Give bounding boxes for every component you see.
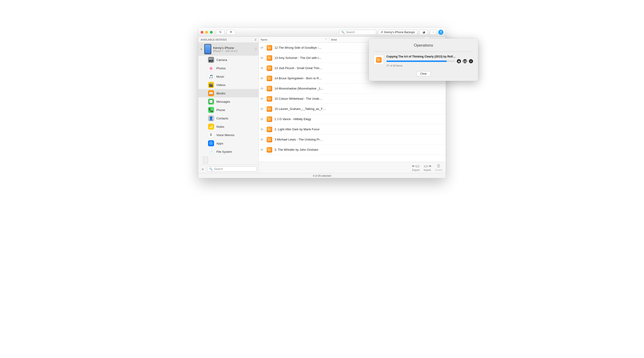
sync-icon: ⟳ — [260, 97, 264, 101]
question-icon: ? — [440, 30, 442, 34]
sidebar-item-label: Contacts — [216, 117, 228, 120]
operation-row: ▯▯ Copying The Art of Thinking Clearly (… — [374, 55, 473, 67]
iphone-icon — [203, 157, 208, 163]
delete-button[interactable]: 🗑 Delete — [435, 164, 442, 171]
sidebar-item-photos[interactable]: 🌸 Photos — [198, 64, 258, 72]
book-icon: ▯▯ — [267, 96, 272, 102]
import-button[interactable]: ▭⇥ Import — [424, 164, 431, 171]
row-name: 3 Michael Lewis - The Undoing Pr… — [274, 138, 323, 141]
zoom-window-button[interactable] — [210, 31, 213, 34]
table-row[interactable]: ⟳ ▯▯ 14 Moonshadow (Moonshadow _1… — [259, 84, 446, 94]
wifi-transfer-button[interactable]: ⧙ — [430, 30, 436, 35]
messages-icon: 💬 — [208, 99, 214, 105]
book-icon: ▯▯ — [267, 116, 272, 122]
cancel-button[interactable]: ✕ — [469, 59, 473, 63]
table-row[interactable]: ⟳ ▯▯ 3 Michael Lewis - The Undoing Pr… — [259, 135, 446, 145]
sidebar-item-contacts[interactable]: 👤 Contacts — [198, 114, 258, 122]
device-row-truncated[interactable] — [198, 156, 258, 164]
sidebar-item-label: Videos — [216, 83, 226, 87]
refresh-button[interactable]: ↻ — [216, 30, 225, 35]
operations-button[interactable]: ◕ — [419, 30, 428, 35]
camera-icon: 📷 — [208, 57, 214, 63]
row-name: 2 J D Vance - Hillbilly Elegy — [274, 117, 311, 121]
preview-button[interactable]: 👁 — [226, 30, 235, 35]
row-name: 15 Lauren_Graham_-_Talking_as_F… — [274, 107, 326, 111]
close-icon: ✕ — [470, 60, 472, 63]
sidebar-item-music[interactable]: 🎵 Music — [198, 72, 258, 81]
sidebar-item-apps[interactable]: Ⓐ Apps — [198, 139, 258, 147]
sync-icon: ⟳ — [260, 46, 264, 50]
table-row[interactable]: ⟳ ▯▯ 15 Lauren_Graham_-_Talking_as_F… — [259, 104, 446, 114]
minimize-window-button[interactable] — [205, 31, 208, 34]
plus-icon: ＋ — [200, 166, 205, 172]
sidebar-item-notes[interactable]: 📁 Notes — [198, 122, 258, 131]
search-input[interactable]: 🔍 Search — [339, 30, 376, 35]
device-row[interactable]: ▼ Kenny's iPhone iPhone 7 - iOS 10.3.2 ⎍ — [198, 43, 258, 56]
close-window-button[interactable] — [200, 31, 204, 34]
sidebar-item-label: Messages — [216, 100, 230, 103]
sort-asc-icon: ⌃ — [325, 38, 327, 41]
sidebar-item-label: Notes — [216, 125, 224, 128]
sidebar-item-phone[interactable]: ▶ 📞 Phone — [198, 106, 258, 114]
sidebar-item-voice memos[interactable]: 🎙 Voice Memos — [198, 131, 258, 139]
apps-icon: Ⓐ — [208, 140, 214, 146]
row-name: 13 Amy Schumer - The Girl with t… — [274, 56, 322, 60]
row-name: 2. Light After Dark by Marie Force — [274, 128, 320, 131]
titlebar: ↻ 👁 🔍 Search ↺ Kenny's iPhone Backups ◕ … — [198, 28, 446, 37]
iphone-icon — [204, 44, 211, 54]
sidebar-item-label: Photos — [216, 67, 226, 70]
trash-icon: 🗑 — [436, 164, 441, 168]
operation-subtitle: 27 of 30 items — [386, 64, 473, 67]
book-icon: ▯▯ — [267, 65, 272, 71]
help-button[interactable]: ? — [438, 30, 444, 35]
usb-icon: ⎍ — [255, 47, 257, 51]
eye-icon: 👁 — [230, 30, 232, 34]
sidebar-footer: ＋ 🔍 Search — [198, 165, 258, 173]
backups-button[interactable]: ↺ Kenny's iPhone Backups — [378, 30, 418, 35]
backups-label: Kenny's iPhone Backups — [384, 31, 415, 34]
reveal-button[interactable]: ◉ — [457, 59, 461, 63]
sync-icon: ⟳ — [260, 56, 264, 60]
sidebar-search-placeholder: Search — [214, 167, 223, 171]
sidebar-header: AVAILABLE DEVICES 2 — [198, 37, 258, 43]
sidebar-item-videos[interactable]: 🎬 Videos — [198, 81, 258, 89]
refresh-icon: ↻ — [219, 30, 222, 34]
export-button[interactable]: ⇤▭ Export — [412, 164, 420, 171]
import-icon: ▭⇥ — [425, 164, 430, 168]
pause-button[interactable]: ❚❚ — [463, 59, 467, 63]
row-name: 15 Colson Whitehead - The Unde… — [274, 97, 322, 100]
sidebar-item-label: iBooks — [216, 92, 226, 95]
table-row[interactable]: ⟳ ▯▯ 3. The Whistler by John Grisham — [259, 145, 446, 155]
app-window: ↻ 👁 🔍 Search ↺ Kenny's iPhone Backups ◕ … — [198, 28, 446, 178]
sync-icon: ⟳ — [260, 66, 264, 70]
row-name: 3. The Whistler by John Grisham — [274, 148, 318, 151]
pause-icon: ❚❚ — [463, 60, 467, 63]
chevron-down-icon: ▼ — [200, 48, 202, 51]
add-button[interactable]: ＋ — [200, 166, 205, 172]
sidebar-item-label: Phone — [216, 108, 225, 112]
row-name: 13 Jodi Picoult - Small Great Thin… — [274, 66, 322, 70]
device-name: Kenny's iPhone — [213, 46, 253, 50]
table-row[interactable]: ⟳ ▯▯ 2. Light After Dark by Marie Force — [259, 124, 446, 135]
videos-icon: 🎬 — [208, 82, 214, 88]
music-icon: 🎵 — [208, 74, 214, 80]
sync-icon: ⟳ — [260, 87, 264, 90]
sidebar-search-input[interactable]: 🔍 Search — [207, 166, 257, 172]
book-icon: ▯▯ — [267, 106, 272, 112]
column-name[interactable]: Name ⌃ — [259, 37, 329, 43]
traffic-lights — [200, 31, 213, 34]
sidebar-item-file system[interactable]: 📄 File System — [198, 147, 258, 156]
table-row[interactable]: ⟳ ▯▯ 15 Colson Whitehead - The Unde… — [259, 94, 446, 104]
search-placeholder: Search — [346, 31, 355, 34]
sidebar-item-camera[interactable]: 📷 Camera — [198, 56, 258, 64]
clear-button[interactable]: Clear — [416, 71, 431, 76]
row-name: 14 Moonshadow (Moonshadow _1… — [274, 87, 324, 90]
operation-name: Copying The Art of Thinking Clearly (201… — [386, 55, 456, 58]
pie-icon: ◕ — [422, 30, 425, 34]
sidebar-item-messages[interactable]: 💬 Messages — [198, 97, 258, 106]
progress-bar — [386, 61, 455, 62]
sidebar-header-label: AVAILABLE DEVICES — [200, 38, 227, 41]
table-row[interactable]: ⟳ ▯▯ 2 J D Vance - Hillbilly Elegy — [259, 114, 446, 124]
sidebar-item-ibooks[interactable]: 📖 iBooks — [198, 89, 258, 97]
book-icon: ▯▯ — [267, 55, 272, 61]
